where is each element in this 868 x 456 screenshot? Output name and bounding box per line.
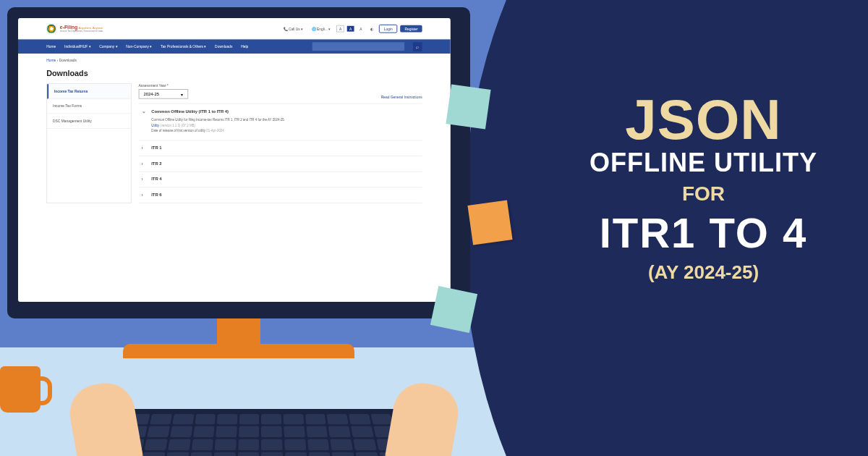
accordion-itr6[interactable]: › ITR 6 (139, 187, 422, 203)
search-icon[interactable]: ⌕ (413, 42, 422, 51)
chevron-right-icon: › (142, 161, 148, 166)
read-instructions-link[interactable]: Read General Instructions (381, 95, 422, 99)
sticky-note-orange (467, 200, 512, 245)
monitor-base (123, 344, 354, 358)
chevron-down-icon: ⌄ (142, 109, 148, 114)
topbar-actions: 📞 Call Us ▾ 🌐 Engli... ▾ A A A ◐ Login R… (281, 24, 422, 33)
assessment-year-field: Assessment Year * 2024-25 ▾ (139, 83, 189, 99)
sticky-note-teal-top (446, 84, 490, 129)
banner-line-offline: OFFLINE UTILITY (590, 148, 817, 178)
nav-help[interactable]: Help (241, 44, 248, 48)
font-size-large[interactable]: A (357, 25, 365, 32)
accordion-itr1[interactable]: › ITR 1 (139, 140, 422, 156)
language-selector[interactable]: 🌐 Engli... ▾ (309, 25, 333, 32)
utility-release-row: Date of release of first version of util… (151, 128, 419, 133)
page-title: Downloads (18, 67, 451, 84)
nav-company[interactable]: Company ▾ (99, 44, 117, 48)
breadcrumb-current: Downloads (59, 58, 77, 62)
utility-version-meta: (version 1.1.3) (07.2 MB) (160, 124, 195, 127)
sticky-note-teal-bottom (430, 286, 477, 333)
scene: e-Filing Anywhere, Anytime Income Tax De… (0, 0, 868, 456)
chevron-right-icon: › (142, 177, 148, 182)
breadcrumb-home[interactable]: Home (46, 58, 56, 62)
register-button[interactable]: Register (401, 25, 422, 32)
gov-emblem-icon (46, 23, 56, 33)
assessment-row: Assessment Year * 2024-25 ▾ Read General… (139, 83, 422, 99)
banner-line-for: FOR (590, 182, 817, 206)
sidebar-item-itr-forms[interactable]: Income Tax Forms (47, 99, 131, 114)
nav-downloads[interactable]: Downloads (215, 44, 232, 48)
content-area: Income Tax Returns Income Tax Forms DSC … (18, 83, 451, 203)
utility-download-link[interactable]: Utility (151, 124, 159, 127)
coffee-mug (0, 366, 41, 413)
assessment-year-label: Assessment Year * (139, 83, 189, 88)
banner-text: JSON OFFLINE UTILITY FOR ITR1 TO 4 (AY 2… (590, 94, 817, 284)
monitor: e-Filing Anywhere, Anytime Income Tax De… (7, 7, 470, 355)
chevron-right-icon: › (142, 193, 148, 198)
nav-taxpro[interactable]: Tax Professionals & Others ▾ (161, 44, 206, 48)
monitor-neck (217, 318, 260, 344)
monitor-bezel: e-Filing Anywhere, Anytime Income Tax De… (7, 7, 470, 318)
contrast-toggle[interactable]: ◐ (367, 25, 376, 32)
accordion-header-common[interactable]: ⌄ Common Offline Utility (ITR 1 to ITR 4… (142, 109, 420, 114)
nav-individual[interactable]: Individual/HUF ▾ (64, 44, 90, 48)
accordion-body-common: Common Offline Utility for filing Income… (142, 114, 420, 135)
font-size-small[interactable]: A (336, 25, 344, 32)
accordion-title: Common Offline Utility (ITR 1 to ITR 4) (151, 109, 229, 114)
banner-line-ay: (AY 2024-25) (590, 261, 817, 284)
brand-sub: Income Tax Department, Government of Ind… (60, 30, 103, 33)
assessment-year-select[interactable]: 2024-25 ▾ (139, 89, 189, 99)
login-button[interactable]: Login (379, 24, 398, 33)
banner-line-itr: ITR1 TO 4 (590, 208, 817, 257)
brand-area: e-Filing Anywhere, Anytime Income Tax De… (46, 23, 103, 33)
accordion-itr4[interactable]: › ITR 4 (139, 172, 422, 188)
sidebar-item-dsc-utility[interactable]: DSC Management Utility (47, 114, 131, 129)
nav-home[interactable]: Home (46, 44, 56, 48)
breadcrumb-sep: › (57, 58, 59, 62)
sidebar-item-itr-returns[interactable]: Income Tax Returns (47, 84, 131, 99)
accordion-title: ITR 1 (151, 146, 161, 151)
main-nav: Home Individual/HUF ▾ Company ▾ Non-Comp… (18, 39, 451, 54)
chevron-down-icon: ▾ (181, 92, 183, 97)
brand-main: e-Filing (60, 25, 77, 30)
nav-search-input[interactable] (312, 42, 404, 51)
accordion-itr2[interactable]: › ITR 2 (139, 156, 422, 172)
accordion-title: ITR 4 (151, 177, 161, 182)
browser-window: e-Filing Anywhere, Anytime Income Tax De… (18, 18, 451, 302)
site-topbar: e-Filing Anywhere, Anytime Income Tax De… (18, 18, 451, 39)
utility-download-row: Utility (version 1.1.3) (07.2 MB) (151, 123, 419, 128)
banner-line-json: JSON (590, 94, 817, 145)
downloads-main: Assessment Year * 2024-25 ▾ Read General… (139, 83, 422, 203)
downloads-sidebar: Income Tax Returns Income Tax Forms DSC … (46, 83, 132, 203)
accordion-title: ITR 6 (151, 193, 161, 197)
accordion-title: ITR 2 (151, 161, 161, 166)
chevron-right-icon: › (142, 145, 148, 151)
utility-description: Common Offline Utility for filing Income… (151, 117, 419, 122)
nav-noncompany[interactable]: Non-Company ▾ (126, 44, 152, 48)
brand-text: e-Filing Anywhere, Anytime Income Tax De… (60, 25, 103, 33)
downloads-accordion: ⌄ Common Offline Utility (ITR 1 to ITR 4… (139, 104, 422, 203)
breadcrumb: Home › Downloads (18, 54, 451, 67)
call-us-link[interactable]: 📞 Call Us ▾ (281, 25, 306, 32)
font-size-default[interactable]: A (347, 25, 354, 31)
accordion-common-utility: ⌄ Common Offline Utility (ITR 1 to ITR 4… (139, 104, 422, 141)
